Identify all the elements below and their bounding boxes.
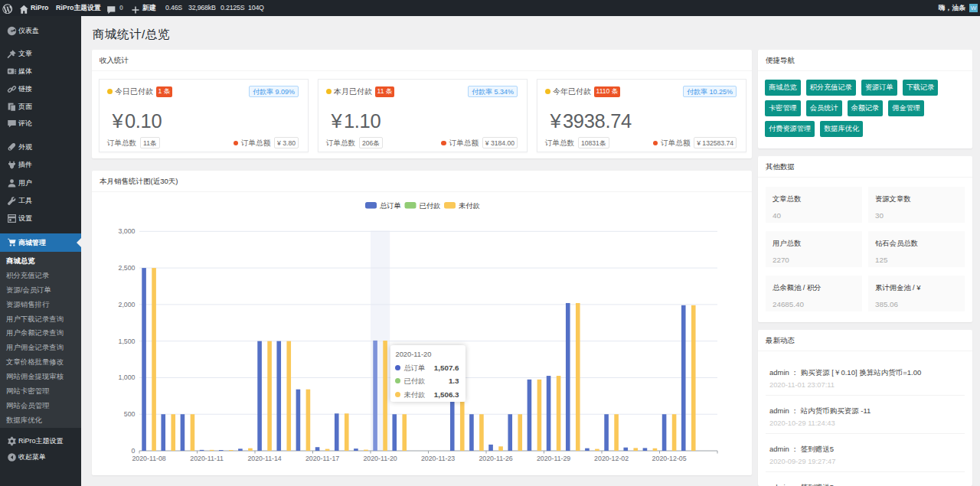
svg-text:1,000: 1,000 xyxy=(118,373,135,381)
svg-text:2,500: 2,500 xyxy=(118,264,135,272)
svg-text:2020-12-05: 2020-12-05 xyxy=(652,455,687,462)
svg-text:2020-11-20: 2020-11-20 xyxy=(363,455,397,462)
svg-text:2020-11-17: 2020-11-17 xyxy=(305,455,339,462)
svg-text:2020-11-29: 2020-11-29 xyxy=(537,455,570,462)
svg-text:总订单: 总订单 xyxy=(380,202,401,210)
svg-text:已付款: 已付款 xyxy=(420,202,441,210)
svg-text:2,000: 2,000 xyxy=(118,301,135,308)
svg-text:500: 500 xyxy=(124,410,136,418)
svg-text:2020-11-14: 2020-11-14 xyxy=(247,455,281,462)
svg-text:2020-11-23: 2020-11-23 xyxy=(421,455,455,462)
svg-text:0: 0 xyxy=(132,447,136,455)
svg-text:2020-11-08: 2020-11-08 xyxy=(132,455,165,462)
svg-text:3,000: 3,000 xyxy=(118,227,135,235)
svg-text:1,500: 1,500 xyxy=(118,338,135,345)
svg-text:未付款: 未付款 xyxy=(459,202,480,210)
svg-text:2020-11-11: 2020-11-11 xyxy=(190,455,224,462)
svg-text:2020-12-02: 2020-12-02 xyxy=(594,455,629,462)
svg-text:2020-11-26: 2020-11-26 xyxy=(479,455,512,462)
